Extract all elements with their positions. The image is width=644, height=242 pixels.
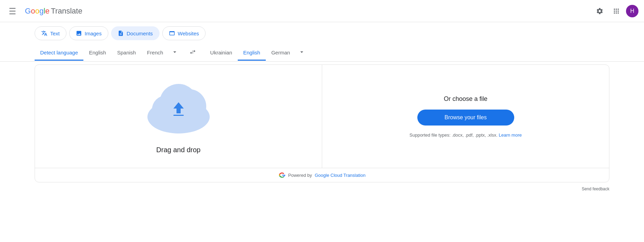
swap-languages-button[interactable]	[181, 46, 205, 60]
upload-right-panel: Or choose a file Browse your files Suppo…	[322, 65, 609, 168]
source-lang-more[interactable]	[169, 44, 181, 61]
mode-tabs: Text Images Documents Websites	[0, 22, 644, 44]
header-left: Google Translate	[6, 4, 82, 18]
powered-by-section: Powered by Google Cloud Translation	[35, 168, 609, 182]
supported-files-text: Supported file types: .docx, .pdf, .pptx…	[409, 132, 521, 138]
cloud-upload-area	[140, 79, 217, 138]
cloud-illustration	[140, 79, 217, 134]
panels-row: Drag and drop Or choose a file Browse yo…	[35, 65, 609, 168]
or-choose-label: Or choose a file	[444, 95, 487, 103]
translate-box: Drag and drop Or choose a file Browse yo…	[35, 64, 609, 182]
google-cloud-translation-link[interactable]: Google Cloud Translation	[315, 173, 365, 178]
tab-websites[interactable]: Websites	[162, 26, 206, 40]
language-bar: Detect language English Spanish French U…	[0, 44, 644, 62]
learn-more-link[interactable]: Learn more	[499, 132, 521, 138]
translate-box-inner: Drag and drop Or choose a file Browse yo…	[35, 65, 609, 182]
tab-text[interactable]: Text	[35, 26, 66, 40]
logo-google: Google	[25, 7, 49, 16]
target-lang-more[interactable]	[296, 44, 308, 61]
lang-detect[interactable]: Detect language	[35, 45, 83, 61]
source-language-section: Detect language English Spanish French	[35, 44, 181, 61]
lang-german[interactable]: German	[266, 45, 296, 61]
powered-by-text: Powered by	[288, 173, 312, 178]
svg-rect-1	[9, 11, 16, 11]
header: Google Translate H	[0, 0, 644, 22]
svg-rect-0	[9, 8, 16, 9]
logo-translate: Translate	[51, 7, 82, 16]
tab-documents-label: Documents	[127, 31, 153, 36]
logo[interactable]: Google Translate	[25, 7, 82, 16]
header-right: H	[593, 4, 638, 18]
lang-source-english[interactable]: English	[83, 45, 111, 61]
lang-spanish[interactable]: Spanish	[111, 45, 141, 61]
lang-french[interactable]: French	[142, 45, 169, 61]
main-content: Drag and drop Or choose a file Browse yo…	[0, 64, 644, 182]
lang-target-english[interactable]: English	[238, 45, 266, 61]
google-cloud-icon	[279, 172, 285, 178]
tab-images[interactable]: Images	[69, 26, 108, 40]
browse-files-button[interactable]: Browse your files	[417, 110, 514, 126]
send-feedback[interactable]: Send feedback	[0, 182, 644, 196]
lang-ukrainian[interactable]: Ukrainian	[205, 45, 237, 61]
tab-documents[interactable]: Documents	[111, 26, 160, 40]
avatar[interactable]: H	[626, 5, 638, 17]
tab-images-label: Images	[85, 31, 102, 36]
tab-websites-label: Websites	[178, 31, 199, 36]
svg-rect-8	[173, 115, 184, 116]
svg-rect-2	[9, 14, 16, 14]
apps-button[interactable]	[609, 4, 623, 18]
target-language-section: Ukrainian English German	[205, 44, 308, 61]
upload-left-panel[interactable]: Drag and drop	[35, 65, 322, 168]
drag-drop-label: Drag and drop	[156, 146, 201, 154]
settings-button[interactable]	[593, 4, 607, 18]
menu-button[interactable]	[6, 4, 19, 18]
tab-text-label: Text	[50, 31, 60, 36]
